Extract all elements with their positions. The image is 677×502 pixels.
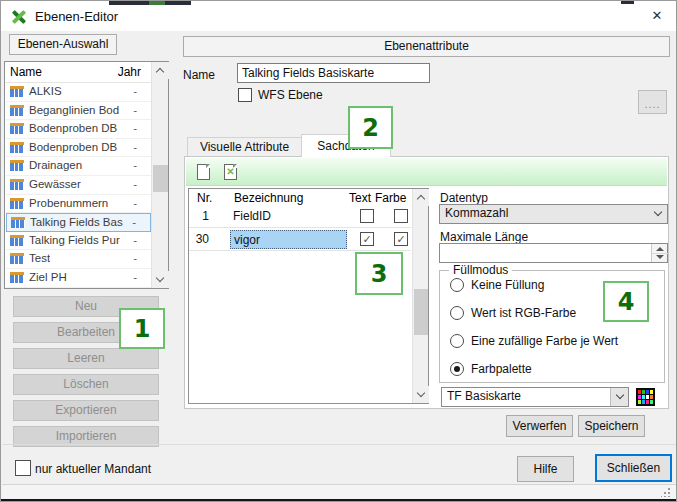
list-scrollbar[interactable] [151,62,168,288]
annotation-2: 2 [348,106,393,149]
scroll-up-button[interactable] [152,62,169,79]
more-options-button[interactable]: .... [638,90,667,114]
chevron-down-icon [654,208,662,216]
new-field-button[interactable] [194,163,216,183]
ebenen-auswahl-header[interactable]: Ebenen-Auswahl [9,34,117,55]
layer-table-icon [10,142,24,153]
list-item[interactable]: Test- [6,250,151,269]
datentyp-select[interactable]: Kommazahl [439,204,668,224]
chevron-down-icon [616,391,624,399]
table-row[interactable]: 1FieldID [189,205,411,228]
layer-table-icon [11,217,25,228]
app-icon [10,8,28,25]
table-header: Nr. Bezeichnung Text Farbe [189,189,411,205]
chevron-down-icon [156,274,164,282]
layer-table-icon [10,86,24,97]
mandant-label: nur aktueller Mandant [35,462,151,476]
footer-divider [2,444,677,445]
scrollbar-thumb[interactable] [153,165,168,192]
new-field-icon [197,164,210,180]
spin-down-icon [656,255,664,259]
radio-icon [450,362,464,376]
list-item[interactable]: Ziel PH- [6,269,151,288]
text-checkbox[interactable]: ✓ [360,232,374,246]
hilfe-button[interactable]: Hilfe [517,456,574,482]
max-laenge-label: Maximale Länge [440,230,528,244]
list-item[interactable]: Bodenproben DB- [6,120,151,139]
resize-grip[interactable] [661,488,670,497]
fields-table[interactable]: Nr. Bezeichnung Text Farbe 1FieldID30vig… [188,188,429,404]
farbe-checkbox[interactable]: ✓ [394,232,408,246]
exportieren-button[interactable]: Exportieren [13,400,159,421]
layer-list[interactable]: Name Jahr ALKIS-Beganglinien Bod-Bodenpr… [4,61,169,289]
tab-visuelle-attribute[interactable]: Visuelle Attribute [187,137,302,156]
verwerfen-button[interactable]: Verwerfen [506,415,573,437]
text-checkbox[interactable] [360,209,374,223]
ebenenattribute-header[interactable]: Ebenenattribute [183,36,670,57]
list-item[interactable]: Talking Fields Pur- [6,232,151,251]
palette-select[interactable]: TF Basiskarte [441,387,629,407]
radio-option[interactable]: Eine zufällige Farbe je Wert [450,331,664,355]
spinner-buttons[interactable] [651,244,667,262]
scroll-down-button[interactable] [152,271,169,288]
list-item[interactable]: ALKIS- [6,83,151,102]
max-laenge-input[interactable] [439,243,668,263]
column-header-name[interactable]: Name [10,65,42,79]
list-header[interactable]: Name Jahr [5,62,151,83]
layer-table-icon [10,123,24,134]
wfs-checkbox[interactable] [238,88,252,102]
scroll-down-button[interactable] [413,386,429,403]
table-scrollbar[interactable] [412,189,428,403]
layer-table-icon [10,253,24,264]
scrollbar-thumb[interactable] [414,289,428,335]
wfs-label: WFS Ebene [258,88,323,102]
col-nr: Nr. [197,191,212,205]
name-label: Name [183,68,215,82]
chevron-up-icon [417,195,425,203]
spin-up-icon [656,247,664,251]
radio-icon [450,334,464,348]
col-text: Text [349,191,371,205]
chevron-up-icon [156,68,164,76]
layer-table-icon [10,198,24,209]
layer-table-icon [10,235,24,246]
loeschen-button[interactable]: Löschen [13,374,159,395]
leeren-button[interactable]: Leeren [13,348,159,369]
radio-icon [450,278,464,292]
schliessen-button[interactable]: Schließen [595,454,672,482]
window-title: Ebenen-Editor [35,9,118,24]
mandant-checkbox[interactable] [15,460,31,476]
list-item[interactable]: Bodenproben DB- [6,139,151,158]
layer-name-input[interactable]: Talking Fields Basiskarte [237,63,430,83]
color-palette-button[interactable] [636,388,655,406]
field-toolbar: ✕ [186,158,667,186]
table-row[interactable]: 30vigor✓✓ [189,228,411,251]
close-icon: ✕ [652,8,663,23]
background-artifact [621,1,634,4]
list-item[interactable]: Gewässer- [6,176,151,195]
scroll-up-button[interactable] [413,189,429,206]
speichern-button[interactable]: Speichern [578,415,645,437]
column-header-jahr[interactable]: Jahr [118,65,141,79]
delete-field-button[interactable]: ✕ [221,163,243,183]
list-item[interactable]: Drainagen- [6,157,151,176]
chevron-down-icon [417,389,425,397]
list-item[interactable]: Talking Fields Bas- [6,213,151,232]
datentyp-label: Datentyp [440,191,488,205]
layer-table-icon [10,160,24,171]
list-item[interactable]: Beganglinien Bod- [6,102,151,121]
annotation-1: 1 [119,308,165,349]
radio-option[interactable]: Farbpalette [450,359,664,383]
sachdaten-panel: ✕ Nr. Bezeichnung Text Farbe 1FieldID30v… [184,156,669,409]
close-button[interactable]: ✕ [643,5,671,27]
layer-table-icon [10,272,24,283]
annotation-4: 4 [603,281,649,322]
farbe-checkbox[interactable] [394,209,408,223]
dropdown-button[interactable] [610,388,628,406]
annotation-3: 3 [355,252,403,295]
background-artifact [109,1,191,5]
col-bezeichnung: Bezeichnung [234,191,303,205]
radio-icon [450,306,464,320]
title-bar: Ebenen-Editor ✕ [1,1,676,31]
list-item[interactable]: Probenummern- [6,195,151,214]
